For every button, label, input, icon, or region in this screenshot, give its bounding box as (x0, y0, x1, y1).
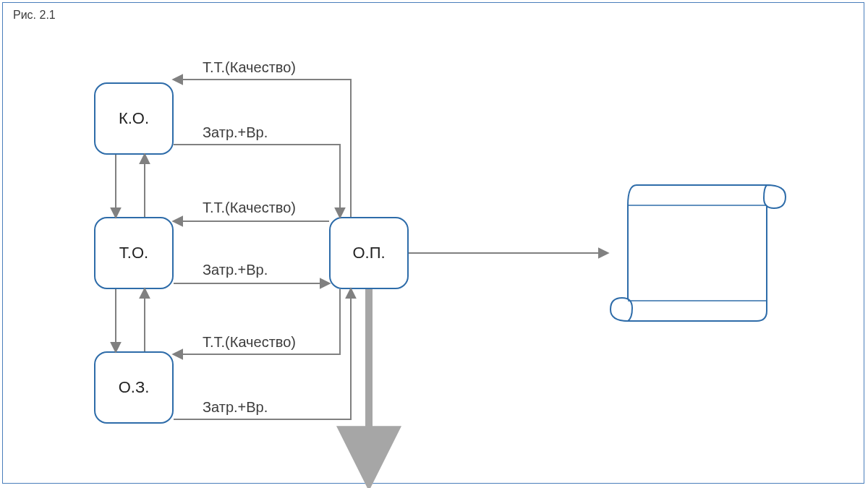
node-op: О.П. (329, 217, 409, 289)
edge-label-zv-oz: Затр.+Вр. (203, 399, 268, 416)
node-oz: О.З. (94, 351, 174, 424)
node-op-label: О.П. (352, 244, 385, 262)
edge-label-tt-to: Т.Т.(Качество) (203, 200, 296, 216)
node-tkp-label: Т.К.П. (681, 244, 723, 263)
node-tkp: Т.К.П. (615, 183, 788, 324)
edge-label-zv-ko: Затр.+Вр. (203, 124, 268, 141)
node-to: Т.О. (94, 217, 174, 289)
node-ko: К.О. (94, 82, 174, 155)
figure-caption: Рис. 2.1 (13, 9, 56, 22)
node-oz-label: О.З. (119, 378, 150, 397)
edge-label-zv-to: Затр.+Вр. (203, 262, 268, 278)
edge-label-tt-oz: Т.Т.(Качество) (203, 334, 296, 351)
node-ko-label: К.О. (119, 109, 149, 128)
node-to-label: Т.О. (119, 244, 148, 262)
edge-label-tt-ko: Т.Т.(Качество) (203, 59, 296, 76)
